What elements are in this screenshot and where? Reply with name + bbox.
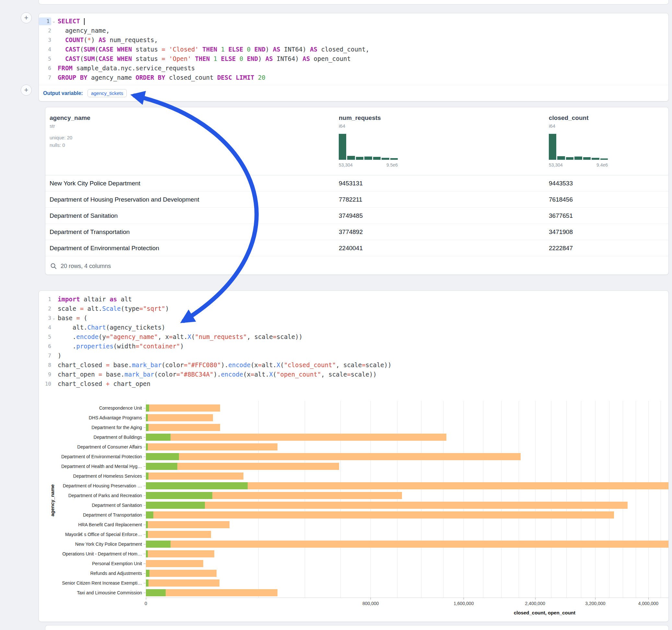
y-axis-tick <box>144 544 146 544</box>
column-header[interactable]: num_requestsi6453,3049.5e6 <box>339 114 398 168</box>
x-axis-label: 4,000,000 <box>638 601 658 606</box>
code-text: SELECT <box>56 17 85 26</box>
line-number: 3 <box>42 36 51 44</box>
x-axis-label: 0 <box>145 601 147 606</box>
code-text: FROM sample_data.nyc.service_requests <box>56 64 195 73</box>
code-line[interactable]: 4 alt.Chart(agency_tickets) <box>39 323 668 332</box>
code-line[interactable]: 2scale = alt.Scale(type="sqrt") <box>39 304 668 313</box>
x-axis-tick <box>370 598 371 600</box>
code-line[interactable]: 1import altair as alt <box>39 295 668 304</box>
code-line[interactable]: 3 COUNT(*) AS num_requests, <box>39 35 668 45</box>
code-line[interactable]: 1⌄SELECT <box>39 17 668 26</box>
gridline <box>421 401 422 598</box>
y-axis-tick <box>144 593 146 593</box>
code-line[interactable]: 4 CAST(SUM(CASE WHEN status = 'Closed' T… <box>39 45 668 54</box>
column-histogram <box>339 134 398 160</box>
add-cell-button-mid[interactable]: + <box>21 84 32 96</box>
line-number-gutter: 8 <box>39 360 56 370</box>
table-row[interactable]: New York City Police Department945313194… <box>45 175 668 192</box>
table-cell: Department of Housing Preservation and D… <box>50 192 199 208</box>
code-line[interactable]: 6FROM sample_data.nyc.service_requests <box>39 64 668 73</box>
bar-open <box>146 502 205 509</box>
bar-closed <box>146 434 447 441</box>
column-stats: unique: 20nulls: 0 <box>50 134 91 149</box>
histogram-range: 53,3049.5e6 <box>339 162 398 168</box>
column-header[interactable]: agency_namestrunique: 20nulls: 0 <box>50 114 91 149</box>
fold-caret[interactable]: ⌄ <box>51 313 56 323</box>
output-variable-label: Output variable: <box>43 91 83 96</box>
histogram-bar <box>557 156 565 160</box>
table-row[interactable]: Department of Transportation377489234719… <box>45 224 668 240</box>
bar-open <box>146 434 170 441</box>
y-axis-label: New York City Police Department <box>39 541 142 547</box>
sql-cell-footer: Output variable: agency_tickets <box>39 85 668 101</box>
code-line[interactable]: 8chart_closed = base.mark_bar(color="#FF… <box>39 360 668 370</box>
bar-closed <box>146 560 203 567</box>
table-header: agency_namestrunique: 20nulls: 0num_requ… <box>45 107 668 175</box>
line-number: 3 <box>42 314 51 322</box>
column-histogram <box>549 134 608 160</box>
table-preview: agency_namestrunique: 20nulls: 0num_requ… <box>45 107 669 275</box>
y-axis-tick <box>144 457 146 457</box>
code-line[interactable]: 7GROUP BY agency_name ORDER BY closed_co… <box>39 73 668 82</box>
gridline <box>636 401 636 598</box>
y-axis-tick <box>144 525 146 525</box>
x-axis-tick <box>535 598 535 600</box>
table-cell: 9453131 <box>339 175 363 191</box>
code-line[interactable]: 3⌄base = ( <box>39 313 668 323</box>
code-line[interactable]: 7) <box>39 351 668 360</box>
y-axis-tick <box>144 534 146 535</box>
y-axis-tick <box>144 573 146 574</box>
bar-closed <box>146 550 214 557</box>
table-row[interactable]: Department of Environmental Protection22… <box>45 240 668 256</box>
x-axis-tick <box>146 598 146 600</box>
histogram-bar <box>574 156 582 160</box>
search-icon[interactable] <box>50 263 57 269</box>
histogram-bar <box>356 157 363 160</box>
line-number-gutter: 7 <box>39 351 56 360</box>
line-number: 2 <box>42 27 51 35</box>
y-axis-label: Senior Citizen Rent Increase Exempti… <box>39 580 142 586</box>
line-number-gutter: 9 <box>39 370 56 379</box>
bar-closed <box>146 443 278 451</box>
code-line[interactable]: 9chart_open = base.mark_bar(color="#8BC3… <box>39 370 668 379</box>
table-row[interactable]: Department of Housing Preservation and D… <box>45 192 668 208</box>
table-row[interactable]: Department of Sanitation37494853677651 <box>45 208 668 224</box>
add-cell-button-top[interactable]: + <box>21 12 32 23</box>
fold-caret[interactable]: ⌄ <box>51 17 56 26</box>
code-text: chart_open = base.mark_bar(color="#8BC34… <box>56 370 377 379</box>
sql-editor[interactable]: 1⌄SELECT 2 agency_name,3 COUNT(*) AS num… <box>39 13 668 85</box>
code-line[interactable]: 5 CAST(SUM(CASE WHEN status = 'Open' THE… <box>39 54 668 64</box>
code-line[interactable]: 10chart_closed + chart_open <box>39 379 668 389</box>
y-axis-label: Personal Exemption Unit <box>39 561 142 566</box>
code-text: .properties(width="container") <box>56 342 184 351</box>
y-axis-label: Department of Environmental Protection <box>39 454 142 460</box>
gridline <box>566 401 567 598</box>
output-variable-pill[interactable]: agency_tickets <box>88 89 127 97</box>
line-number-gutter: 1 <box>39 295 56 304</box>
gridline <box>340 401 341 598</box>
gridline <box>397 401 398 598</box>
y-axis-label: Department of Consumer Affairs <box>39 444 142 450</box>
code-text: .encode(y="agency_name", x=alt.X("num_re… <box>56 332 303 342</box>
code-text: base = ( <box>56 313 88 323</box>
table-cell: New York City Police Department <box>50 175 140 191</box>
code-line[interactable]: 2 agency_name, <box>39 26 668 35</box>
bar-open <box>146 472 148 480</box>
code-line[interactable]: 6 .properties(width="container") <box>39 342 668 351</box>
code-line[interactable]: 5 .encode(y="agency_name", x=alt.X("num_… <box>39 332 668 342</box>
x-axis-label: 800,000 <box>362 601 379 606</box>
gridline <box>609 401 609 598</box>
python-editor[interactable]: 1import altair as alt2scale = alt.Scale(… <box>39 291 668 391</box>
bar-closed <box>146 570 217 577</box>
code-text: agency_name, <box>56 26 110 35</box>
column-name: agency_name <box>50 114 91 122</box>
y-axis-label: Department for the Aging <box>39 425 142 430</box>
gridline <box>370 401 371 598</box>
bar-closed <box>146 405 220 412</box>
line-number-gutter: 5 <box>39 332 56 342</box>
x-axis-label: 2,400,000 <box>525 601 545 606</box>
line-number-gutter: 2 <box>39 304 56 313</box>
bar-open <box>146 531 148 538</box>
column-header[interactable]: closed_counti6453,3049.4e6 <box>549 114 608 168</box>
